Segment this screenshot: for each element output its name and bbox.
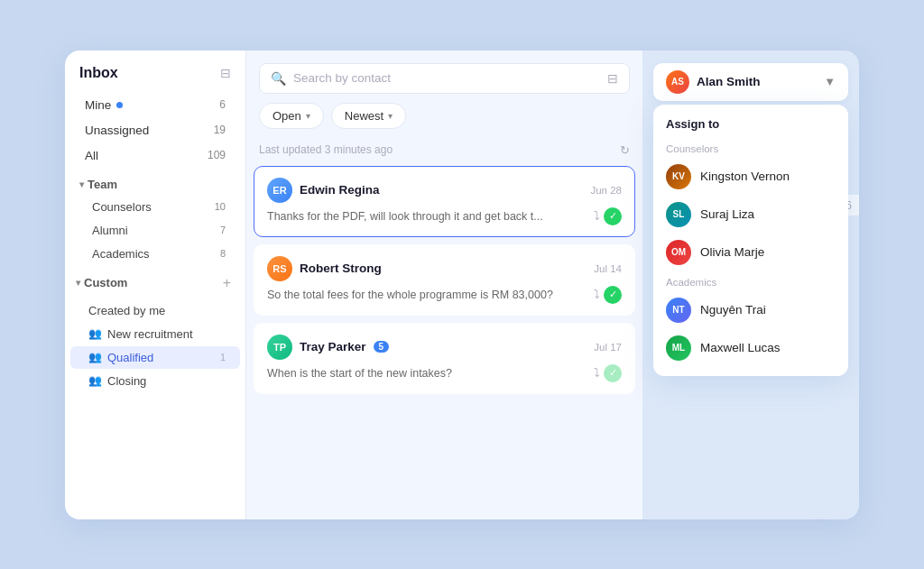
agent-kingston-vernon[interactable]: KV Kingston Vernon [653, 158, 848, 196]
conv-name-0: Edwin Regina [300, 183, 380, 197]
conversation-card-2[interactable]: TP Tray Parker 5 Jul 17 When is the star… [254, 323, 635, 394]
conversations-list: ER Edwin Regina Jun 28 Thanks for the PD… [246, 162, 642, 519]
academics-section-label: Academics [653, 271, 848, 291]
custom-items: Created by me 👥 New recruitment 👥 Qualif… [65, 295, 245, 392]
sidebar-item-academics[interactable]: Academics 8 [70, 243, 240, 265]
sort-label: Newest [345, 109, 383, 123]
current-agent-name: Alan Smith [697, 75, 761, 88]
unassigned-label: Unassigned [85, 124, 149, 137]
team-section-header[interactable]: ▾ Team [65, 169, 245, 195]
add-custom-button[interactable]: + [223, 275, 231, 291]
created-by-me-label: Created by me [88, 304, 165, 317]
sidebar-item-unassigned[interactable]: Unassigned 19 [70, 118, 240, 142]
conv-preview-0: Thanks for the PDF, will look through it… [267, 207, 622, 225]
custom-section-header: ▾ Custom + [65, 266, 245, 295]
counselors-section-label: Counselors [653, 138, 848, 158]
all-label: All [85, 149, 98, 162]
team-chevron: ▾ [79, 179, 84, 189]
update-bar: Last updated 3 minutes ago ↻ [246, 138, 642, 162]
assign-header[interactable]: AS Alan Smith ▼ [653, 63, 848, 101]
collapse-icon[interactable]: ⊟ [220, 66, 231, 80]
group-icon: 👥 [88, 327, 102, 340]
agent-name-0: Kingston Vernon [700, 170, 790, 183]
reply-icon-1: ⤵ [594, 288, 600, 301]
assign-to-label: Assign to [653, 117, 848, 138]
right-panel: AS Alan Smith ▼ Assign to Counselors KV … [642, 50, 859, 519]
custom-section-label: Custom [84, 276, 127, 289]
sidebar-item-mine[interactable]: Mine 6 [70, 93, 240, 117]
conv-name-1: Robert Strong [300, 262, 382, 275]
main-header: 🔍 Search by contact ⊟ [246, 50, 642, 103]
sidebar-item-counselors[interactable]: Counselors 10 [70, 196, 240, 218]
sidebar-item-alumni[interactable]: Alumni 7 [70, 219, 240, 242]
agent-avatar-3: NT [666, 298, 691, 323]
agent-name-1: Suraj Liza [700, 207, 754, 221]
open-filter-button[interactable]: Open ▾ [259, 103, 324, 129]
conv-icons-0: ⤵ ✓ [594, 207, 622, 225]
agent-suraj-liza[interactable]: SL Suraj Liza [653, 196, 848, 234]
alumni-label: Alumni [92, 224, 128, 237]
conv-date-1: Jul 14 [594, 263, 622, 274]
agent-name-2: Olivia Marje [700, 245, 764, 259]
qualified-count: 1 [220, 352, 226, 363]
group-icon-2: 👥 [88, 351, 102, 363]
agent-nguyen-trai[interactable]: NT Nguyên Trai [653, 291, 848, 329]
conv-sender-0: ER Edwin Regina [267, 178, 380, 203]
custom-item-qualified[interactable]: 👥 Qualified 1 [70, 346, 240, 369]
sidebar-item-all[interactable]: All 109 [70, 143, 240, 168]
search-bar[interactable]: 🔍 Search by contact ⊟ [259, 63, 630, 94]
conv-avatar-0: ER [267, 178, 292, 203]
agent-olivia-marje[interactable]: OM Olivia Marje [653, 234, 848, 271]
custom-item-created-by-me[interactable]: Created by me [70, 299, 240, 322]
sidebar: Inbox ⊟ Mine 6 Unassigned 19 All 109 [65, 50, 245, 519]
conv-sender-1: RS Robert Strong [267, 256, 382, 281]
custom-item-new-recruitment[interactable]: 👥 New recruitment [70, 323, 240, 345]
reply-icon-0: ⤵ [594, 209, 600, 223]
conversation-card-1[interactable]: RS Robert Strong Jul 14 So the total fee… [254, 244, 635, 316]
agent-avatar-1: SL [666, 202, 691, 227]
sort-chevron: ▾ [388, 111, 393, 121]
reply-icon-2: ⤵ [594, 366, 600, 380]
agent-maxwell-lucas[interactable]: ML Maxwell Lucas [653, 329, 848, 367]
unassigned-count: 19 [214, 124, 226, 136]
conv-text-0: Thanks for the PDF, will look through it… [267, 210, 594, 223]
last-updated-text: Last updated 3 minutes ago [259, 143, 393, 156]
conv-preview-2: When is the start of the new intakes? ⤵ … [267, 364, 622, 382]
conv-text-2: When is the start of the new intakes? [267, 367, 594, 380]
whatsapp-badge-2: ✓ [604, 364, 622, 382]
all-count: 109 [208, 149, 226, 161]
conv-icons-1: ⤵ ✓ [594, 286, 622, 304]
counselors-count: 10 [215, 201, 226, 212]
conv-avatar-1: RS [267, 256, 292, 281]
search-placeholder: Search by contact [293, 71, 600, 85]
conversation-card-0[interactable]: ER Edwin Regina Jun 28 Thanks for the PD… [254, 166, 635, 237]
filter-icon[interactable]: ⊟ [607, 71, 618, 86]
sort-button[interactable]: Newest ▾ [331, 103, 406, 129]
group-icon-3: 👥 [88, 374, 102, 387]
refresh-icon[interactable]: ↻ [620, 143, 630, 157]
conv-preview-1: So the total fees for the whole programm… [267, 286, 622, 304]
current-agent-avatar: AS [666, 70, 689, 94]
sidebar-header: Inbox ⊟ [65, 65, 245, 92]
conv-name-2: Tray Parker [300, 340, 366, 353]
qualified-label: Qualified [107, 351, 153, 364]
agent-avatar-4: ML [666, 335, 691, 361]
search-icon: 🔍 [271, 71, 286, 86]
academics-count: 8 [220, 248, 226, 259]
mine-count: 6 [219, 98, 226, 111]
conv-text-1: So the total fees for the whole programm… [267, 289, 594, 301]
app-wrapper: Inbox ⊟ Mine 6 Unassigned 19 All 109 [65, 50, 859, 519]
academics-label: Academics [92, 247, 150, 261]
filter-actions: Open ▾ Newest ▾ [246, 103, 642, 138]
main-panel: 🔍 Search by contact ⊟ Open ▾ Newest ▾ La… [245, 50, 642, 519]
open-filter-label: Open [273, 109, 301, 123]
conv-avatar-2: TP [267, 335, 292, 360]
custom-item-closing[interactable]: 👥 Closing [70, 370, 240, 392]
conv-header-2: TP Tray Parker 5 Jul 17 [267, 335, 622, 360]
closing-label: Closing [107, 374, 146, 388]
conv-date-0: Jun 28 [590, 185, 622, 196]
whatsapp-badge-0: ✓ [604, 207, 622, 225]
assign-dropdown-menu: Assign to Counselors KV Kingston Vernon … [653, 105, 848, 376]
agent-name-4: Maxwell Lucas [700, 341, 781, 354]
whatsapp-badge-1: ✓ [604, 286, 622, 304]
